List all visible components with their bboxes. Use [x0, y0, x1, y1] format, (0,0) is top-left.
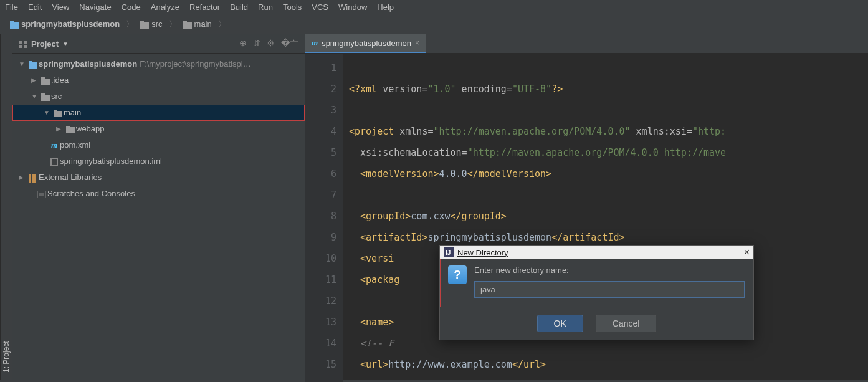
svg-rect-11: [29, 61, 32, 63]
hide-icon[interactable]: �亠: [281, 38, 298, 49]
breadcrumb-main[interactable]: main: [179, 18, 216, 30]
folder-icon: [65, 122, 76, 136]
panel-tools: ⊕ ⇵ ⚙ �亠: [239, 38, 298, 49]
breadcrumb-src[interactable]: src: [136, 18, 166, 30]
locate-icon[interactable]: ⊕: [239, 38, 247, 49]
svg-rect-16: [54, 111, 62, 117]
menu-build[interactable]: Build: [230, 2, 248, 12]
breadcrumb-root[interactable]: springmybatisplusdemon: [6, 18, 123, 30]
tree-item-iml[interactable]: springmybatisplusdemon.iml: [12, 153, 305, 170]
menu-help[interactable]: Help: [377, 2, 394, 12]
svg-rect-22: [29, 174, 31, 183]
arrow-collapsed-icon[interactable]: ▶: [56, 122, 65, 136]
arrow-collapsed-icon[interactable]: ▶: [19, 171, 27, 184]
menu-view[interactable]: View: [52, 2, 69, 12]
editor-tabs: m springmybatisplusdemon ×: [305, 34, 868, 54]
tree-item-label: src: [51, 90, 62, 103]
tree-item-src[interactable]: ▼ src: [12, 88, 305, 105]
line-number: 7: [312, 184, 336, 206]
line-number: 4: [312, 121, 336, 142]
svg-rect-7: [24, 41, 27, 44]
menu-bar: File Edit View Navigate Code Analyze Ref…: [0, 0, 868, 14]
line-number: 15: [312, 354, 336, 375]
close-icon[interactable]: ×: [744, 247, 750, 258]
menu-analyze[interactable]: Analyze: [151, 2, 179, 12]
project-tree[interactable]: ▼ springmybatisplusdemon F:\myproject\sp…: [12, 54, 305, 204]
menu-tools[interactable]: Tools: [283, 2, 302, 12]
svg-rect-14: [41, 95, 50, 101]
tree-item-label: Scratches and Consoles: [47, 187, 135, 201]
collapse-icon[interactable]: ⇵: [253, 38, 260, 49]
tool-window-project-label[interactable]: 1: Project: [1, 34, 12, 375]
menu-refactor[interactable]: Refactor: [189, 2, 220, 12]
tree-item-label: main: [64, 106, 81, 120]
breadcrumb-item-label: src: [151, 19, 162, 29]
menu-file[interactable]: File: [5, 2, 18, 12]
tree-item-main[interactable]: ▼ main: [12, 105, 305, 121]
tree-item-webapp[interactable]: ▶ webapp: [12, 121, 305, 137]
line-number: 10: [312, 248, 336, 269]
scratches-icon: [36, 187, 47, 201]
project-panel-title[interactable]: Project ▼: [19, 39, 69, 49]
new-directory-dialog: IJ New Directory × ? Enter new directory…: [439, 245, 754, 340]
line-number: 1: [312, 57, 336, 79]
ok-button[interactable]: OK: [537, 315, 583, 332]
line-number: 3: [312, 100, 336, 121]
maven-icon: m: [312, 38, 318, 48]
directory-name-input[interactable]: [474, 281, 745, 298]
folder-icon: [40, 74, 51, 87]
chevron-down-icon: ▼: [62, 41, 69, 47]
folder-icon: [52, 106, 64, 120]
svg-rect-24: [34, 174, 36, 183]
ide-icon: IJ: [444, 247, 454, 258]
tree-item-label: pom.xml: [60, 138, 90, 152]
folder-icon: [140, 19, 149, 29]
tool-window-bar-left[interactable]: 1: Project: [0, 34, 12, 380]
menu-run[interactable]: Run: [258, 2, 273, 12]
svg-rect-4: [183, 22, 192, 29]
project-icon: [19, 39, 27, 49]
breadcrumb-root-label: springmybatisplusdemon: [21, 19, 120, 29]
menu-code[interactable]: Code: [122, 2, 141, 12]
chevron-right-icon: 〉: [169, 19, 177, 30]
line-number: 6: [312, 163, 336, 184]
menu-navigate[interactable]: Navigate: [79, 2, 111, 12]
file-icon: [49, 155, 60, 168]
arrow-expanded-icon[interactable]: ▼: [44, 106, 52, 120]
tree-item-pom[interactable]: m pom.xml: [12, 137, 305, 153]
svg-rect-2: [140, 22, 149, 29]
editor-tab-active[interactable]: m springmybatisplusdemon ×: [305, 34, 426, 53]
line-number: 12: [312, 290, 336, 312]
svg-rect-17: [54, 110, 57, 112]
menu-vcs[interactable]: VCS: [312, 2, 328, 12]
menu-edit[interactable]: Edit: [28, 2, 42, 12]
maven-icon: m: [49, 138, 60, 152]
line-number: 13: [312, 312, 336, 333]
svg-rect-10: [29, 62, 37, 69]
line-number: 5: [312, 142, 336, 163]
svg-text:IJ: IJ: [446, 249, 451, 256]
tree-item-external-libraries[interactable]: ▶ External Libraries: [12, 170, 305, 186]
tree-item-idea[interactable]: ▶ .idea: [12, 72, 305, 88]
tree-item-label: .idea: [51, 74, 69, 87]
arrow-collapsed-icon[interactable]: ▶: [31, 74, 40, 87]
svg-rect-0: [10, 22, 19, 29]
module-icon: [27, 57, 39, 71]
tree-root[interactable]: ▼ springmybatisplusdemon F:\myproject\sp…: [12, 56, 305, 72]
svg-rect-8: [19, 45, 22, 48]
dialog-title-bar[interactable]: IJ New Directory ×: [440, 246, 753, 259]
arrow-expanded-icon[interactable]: ▼: [19, 57, 27, 71]
tree-item-label: webapp: [76, 122, 105, 136]
menu-window[interactable]: Window: [338, 2, 367, 12]
cancel-button[interactable]: Cancel: [596, 315, 657, 332]
tree-item-scratches[interactable]: Scratches and Consoles: [12, 186, 305, 202]
tree-root-path: F:\myproject\springmybatispl…: [140, 57, 250, 71]
breadcrumb: springmybatisplusdemon 〉 src 〉 main 〉: [0, 14, 868, 34]
arrow-expanded-icon[interactable]: ▼: [31, 90, 40, 103]
svg-rect-23: [32, 174, 34, 183]
project-panel-header: Project ▼ ⊕ ⇵ ⚙ �亠: [12, 34, 305, 54]
close-icon[interactable]: ×: [415, 39, 419, 47]
question-icon: ?: [448, 265, 467, 284]
svg-rect-19: [66, 126, 70, 128]
gear-icon[interactable]: ⚙: [267, 38, 275, 49]
